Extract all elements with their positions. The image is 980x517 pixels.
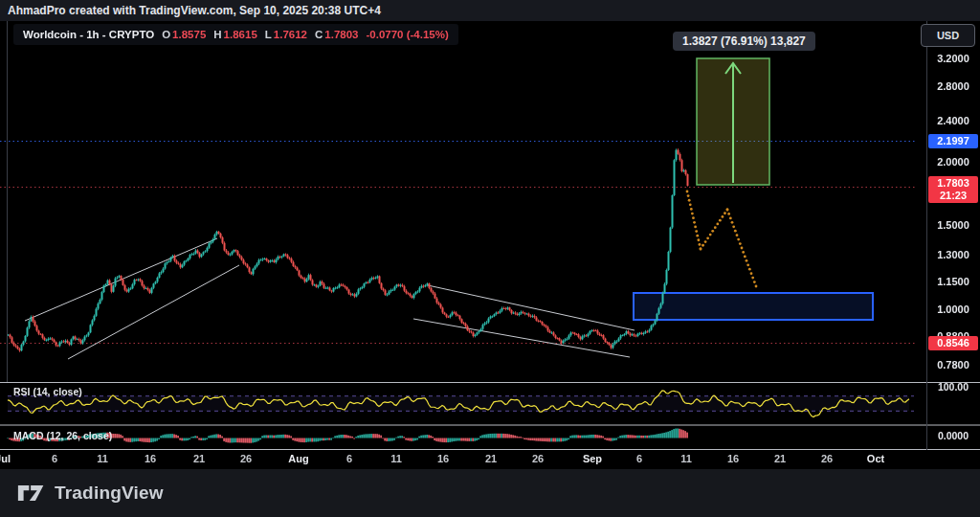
measure-tool-text: 1.3827 (76.91%) 13,827 (682, 34, 806, 48)
price-axis-label: 1.1500 (926, 276, 980, 287)
time-axis-label: 21 (193, 453, 205, 464)
time-axis-label: 6 (52, 453, 57, 464)
price-badge: 2.1997 (928, 134, 978, 148)
time-axis-label: 26 (240, 453, 252, 464)
time-axis-label: Aug (288, 453, 308, 464)
time-axis-label: 16 (145, 453, 156, 464)
symbol-title[interactable]: Worldcoin - 1h - CRYPTO (23, 29, 154, 40)
time-axis-label: 21 (774, 453, 786, 464)
tradingview-screenshot: AhmadPro created with TradingView.com, S… (0, 0, 980, 517)
time-axis[interactable]: Jul611162126Aug611162126Sep611162126Oct (0, 450, 917, 469)
price-axis-label: 2.4000 (926, 115, 980, 126)
open-label: O (162, 29, 170, 40)
low-label: L (265, 29, 272, 40)
time-axis-label: 16 (727, 453, 739, 464)
attribution-text: AhmadPro created with TradingView.com, S… (8, 4, 381, 17)
close-value: 1.7803 (324, 29, 358, 40)
high-label: H (213, 29, 221, 40)
price-axis-label: 2.8000 (926, 80, 980, 92)
open-value: 1.8575 (172, 29, 206, 40)
time-axis-label: 26 (532, 453, 544, 464)
rsi-indicator-label[interactable]: RSI (14, close) (13, 386, 82, 397)
tradingview-logo[interactable]: TradingView (17, 483, 164, 504)
price-axis-label: 1.5000 (926, 219, 980, 231)
measure-tool-label: 1.3827 (76.91%) 13,827 (673, 32, 815, 51)
price-badge: 1.780321:23 (928, 176, 978, 203)
price-axis-label: 1.0000 (926, 303, 980, 315)
price-axis-label: 2.0000 (926, 156, 980, 168)
price-axis-label: 3.2000 (926, 53, 980, 64)
symbol-legend[interactable]: Worldcoin - 1h - CRYPTO O 1.8575 H 1.861… (13, 24, 458, 45)
time-axis-label: 26 (821, 453, 833, 464)
price-axis-label: 0.7800 (926, 359, 980, 371)
time-axis-label: 6 (636, 453, 642, 464)
price-axis-label: 1.3000 (926, 249, 980, 260)
tradingview-logo-text: TradingView (55, 483, 164, 504)
time-axis-label: Sep (583, 453, 602, 464)
time-axis-label: 16 (437, 453, 449, 464)
tradingview-mark-icon (17, 483, 46, 504)
time-axis-label: Jul (0, 453, 11, 464)
rsi-axis-value: 100.00 (928, 381, 978, 393)
macd-axis-value: 0.0000 (928, 430, 978, 441)
price-badge: 0.8546 (928, 336, 978, 350)
change-value: -0.0770 (-4.15%) (367, 29, 449, 40)
time-axis-label: 11 (680, 453, 692, 464)
attribution-bar: AhmadPro created with TradingView.com, S… (0, 0, 980, 21)
footer-bar: TradingView (0, 469, 980, 517)
time-axis-label: 21 (485, 453, 497, 464)
macd-indicator-label[interactable]: MACD (12, 26, close) (13, 430, 112, 441)
time-axis-label: 11 (390, 453, 402, 464)
time-axis-label: 11 (97, 453, 108, 464)
time-axis-label: 6 (346, 453, 352, 464)
chart-canvas[interactable] (0, 0, 980, 517)
high-value: 1.8615 (224, 29, 257, 40)
time-axis-label: Oct (867, 453, 884, 464)
close-label: C (315, 29, 323, 40)
low-value: 1.7612 (274, 29, 307, 40)
